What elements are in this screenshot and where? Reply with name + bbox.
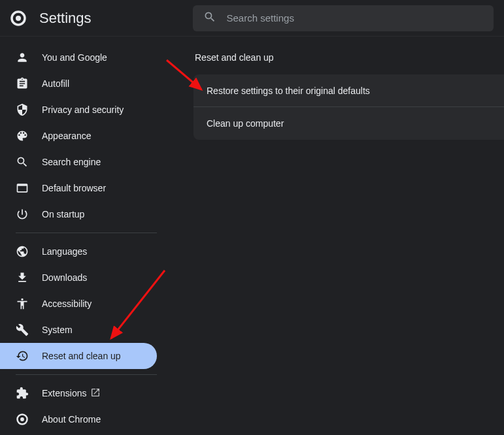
sidebar-item-you-and-google[interactable]: You and Google xyxy=(0,44,167,71)
external-link-icon xyxy=(90,387,101,400)
sidebar-item-privacy[interactable]: Privacy and security xyxy=(0,97,167,123)
sidebar-item-languages[interactable]: Languages xyxy=(0,238,167,265)
browser-icon xyxy=(16,182,29,195)
sidebar-item-search-engine[interactable]: Search engine xyxy=(0,149,167,175)
search-bar[interactable] xyxy=(193,5,494,31)
chrome-icon xyxy=(16,413,29,426)
sidebar-item-system[interactable]: System xyxy=(0,317,167,343)
sidebar-item-label: You and Google xyxy=(42,52,107,63)
sidebar-item-label: Default browser xyxy=(42,183,106,193)
sidebar: You and Google Autofill Privacy and secu… xyxy=(0,37,167,435)
shield-icon xyxy=(16,103,29,116)
sidebar-item-label: Search engine xyxy=(42,157,101,167)
sidebar-item-label: Extensions xyxy=(42,388,86,398)
page-title: Settings xyxy=(39,10,92,27)
globe-icon xyxy=(16,245,29,258)
section-title: Reset and clean up xyxy=(193,52,504,63)
sidebar-item-autofill[interactable]: Autofill xyxy=(0,71,167,97)
header-bar: Settings xyxy=(0,0,504,37)
accessibility-icon xyxy=(16,297,29,310)
history-icon xyxy=(16,349,29,362)
sidebar-item-label: Languages xyxy=(42,246,87,257)
svg-point-1 xyxy=(16,16,21,21)
sidebar-item-label: Downloads xyxy=(42,272,87,283)
row-label: Restore settings to their original defau… xyxy=(207,86,370,96)
sidebar-item-downloads[interactable]: Downloads xyxy=(0,265,167,291)
sidebar-item-label: Autofill xyxy=(42,78,69,89)
divider xyxy=(16,374,157,375)
palette-icon xyxy=(16,129,29,142)
puzzle-icon xyxy=(16,387,29,400)
sidebar-item-label: Reset and clean up xyxy=(42,351,121,361)
row-clean-up-computer[interactable]: Clean up computer xyxy=(193,107,504,140)
sidebar-item-label: System xyxy=(42,325,73,335)
sidebar-item-accessibility[interactable]: Accessibility xyxy=(0,291,167,317)
settings-card: Restore settings to their original defau… xyxy=(193,74,504,140)
sidebar-item-label: Privacy and security xyxy=(42,105,124,115)
search-icon xyxy=(16,155,29,169)
sidebar-item-label: On startup xyxy=(42,209,84,219)
sidebar-item-label: Appearance xyxy=(42,131,92,141)
sidebar-item-about-chrome[interactable]: About Chrome xyxy=(0,406,167,432)
sidebar-item-extensions[interactable]: Extensions xyxy=(0,380,167,406)
sidebar-item-label: About Chrome xyxy=(42,414,101,425)
main-content: Reset and clean up Restore settings to t… xyxy=(167,37,504,435)
row-label: Clean up computer xyxy=(207,118,284,129)
divider xyxy=(16,233,157,233)
sidebar-item-on-startup[interactable]: On startup xyxy=(0,201,167,227)
person-icon xyxy=(16,51,29,64)
power-icon xyxy=(16,208,29,221)
sidebar-item-appearance[interactable]: Appearance xyxy=(0,123,167,149)
download-icon xyxy=(16,271,29,284)
sidebar-item-reset[interactable]: Reset and clean up xyxy=(0,343,157,369)
svg-point-3 xyxy=(20,417,24,421)
assignment-icon xyxy=(16,77,29,90)
row-restore-defaults[interactable]: Restore settings to their original defau… xyxy=(193,74,504,107)
sidebar-item-default-browser[interactable]: Default browser xyxy=(0,175,167,201)
search-icon xyxy=(203,10,216,26)
chrome-icon xyxy=(10,10,26,26)
search-input[interactable] xyxy=(227,12,484,24)
sidebar-item-label: Accessibility xyxy=(42,298,92,309)
wrench-icon xyxy=(16,323,29,336)
